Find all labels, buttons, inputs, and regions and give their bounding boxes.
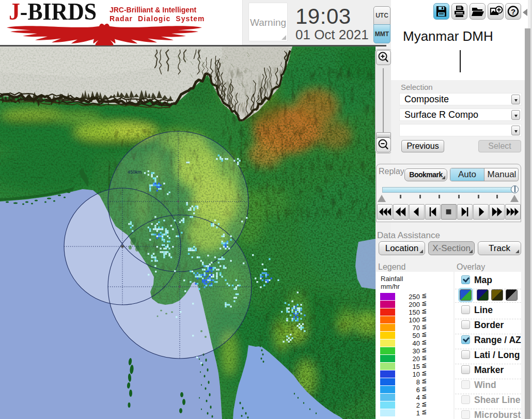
svg-text:450km: 450km [128,169,142,175]
svg-text:?: ? [511,7,515,16]
